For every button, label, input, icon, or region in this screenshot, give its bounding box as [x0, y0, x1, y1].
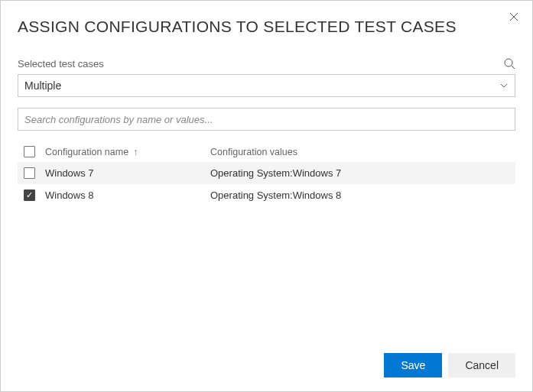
column-name-label: Configuration name	[45, 147, 128, 157]
search-icon[interactable]	[503, 57, 515, 70]
svg-line-1	[512, 66, 515, 69]
column-header-values[interactable]: Configuration values	[210, 147, 512, 157]
selected-test-cases-label: Selected test cases	[18, 58, 104, 70]
cell-values: Operating System:Windows 8	[210, 190, 512, 201]
dialog-footer: Save Cancel	[18, 342, 515, 391]
dropdown-value: Multiple	[24, 79, 61, 92]
table-header: Configuration name ↑ Configuration value…	[18, 141, 515, 162]
checkmark-icon: ✓	[26, 191, 33, 199]
select-all-checkbox[interactable]	[24, 146, 35, 157]
column-header-name[interactable]: Configuration name ↑	[45, 146, 210, 157]
selected-test-cases-row: Selected test cases	[18, 57, 515, 70]
row-checkbox[interactable]: ✓	[24, 190, 35, 201]
row-checkbox[interactable]	[24, 167, 35, 179]
column-values-label: Configuration values	[210, 147, 297, 157]
cell-name: Windows 8	[45, 190, 210, 201]
dialog-title: ASSIGN CONFIGURATIONS TO SELECTED TEST C…	[18, 18, 515, 36]
selected-test-cases-dropdown[interactable]: Multiple	[18, 74, 515, 97]
cancel-button[interactable]: Cancel	[448, 353, 515, 377]
chevron-down-icon	[499, 81, 509, 90]
search-configurations-input[interactable]	[18, 108, 515, 131]
table-row[interactable]: ✓ Windows 8 Operating System:Windows 8	[18, 184, 515, 206]
save-button[interactable]: Save	[384, 353, 442, 377]
sort-ascending-icon: ↑	[133, 146, 138, 157]
assign-configurations-dialog: ASSIGN CONFIGURATIONS TO SELECTED TEST C…	[1, 1, 532, 391]
table-row[interactable]: Windows 7 Operating System:Windows 7	[18, 162, 515, 184]
svg-point-0	[505, 59, 512, 66]
close-button[interactable]	[506, 8, 522, 26]
cell-name: Windows 7	[45, 167, 210, 179]
cell-values: Operating System:Windows 7	[210, 167, 512, 179]
close-icon	[509, 12, 518, 21]
